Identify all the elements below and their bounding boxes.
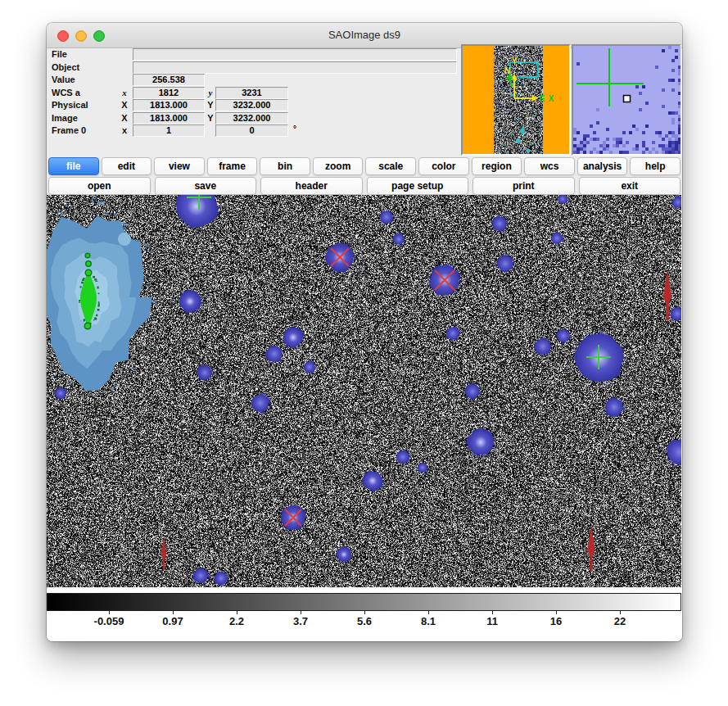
file-field xyxy=(133,48,457,61)
image-label: Image xyxy=(52,113,78,123)
menu-scale-button[interactable]: scale xyxy=(365,157,416,175)
object-field xyxy=(133,61,457,74)
frame-label: Frame 0 xyxy=(52,125,86,135)
wcs-y-field: 3231 xyxy=(215,87,288,99)
wcs-y-label: y xyxy=(205,88,216,97)
physical-row: Physical X 1813.000 Y 3232.000 xyxy=(47,99,464,111)
magnifier-view[interactable] xyxy=(573,46,681,154)
page-setup-button[interactable]: page setup xyxy=(367,177,469,195)
header-button[interactable]: header xyxy=(260,177,363,195)
panner-view[interactable] xyxy=(463,46,569,154)
frame-x-label: x xyxy=(119,125,130,135)
physical-label: Physical xyxy=(52,100,88,110)
object-row: Object xyxy=(47,61,464,74)
frame-row: Frame 0 x 1 0 ° xyxy=(47,124,464,137)
image-y-label: Y xyxy=(205,113,216,123)
degree-symbol: ° xyxy=(293,124,296,134)
app-window: SAOImage ds9 File Object Value 256.538 W… xyxy=(47,23,682,641)
menu-bar: file edit view frame bin zoom scale colo… xyxy=(48,157,681,175)
menu-region-button[interactable]: region xyxy=(472,157,522,175)
menu-bin-button[interactable]: bin xyxy=(260,157,310,175)
value-field: 256.538 xyxy=(133,74,205,86)
frame-x-field: 1 xyxy=(133,124,205,137)
value-label: Value xyxy=(52,75,75,84)
wcs-row: WCS a x 1812 y 3231 xyxy=(47,87,464,99)
menu-file-button[interactable]: file xyxy=(48,157,99,175)
physical-x-label: X xyxy=(119,100,130,110)
file-label: File xyxy=(52,49,67,59)
frame-angle-field: 0 xyxy=(215,124,288,137)
physical-x-field: 1813.000 xyxy=(133,99,205,111)
colorbar-panel: -0.059 0.97 2.2 3.7 5.6 8.1 11 16 22 xyxy=(47,587,682,641)
magnifier-frame xyxy=(572,44,681,156)
menu-analysis-button[interactable]: analysis xyxy=(577,157,628,175)
image-display[interactable] xyxy=(47,195,681,587)
print-button[interactable]: print xyxy=(473,177,575,195)
menu-wcs-button[interactable]: wcs xyxy=(524,157,575,175)
image-x-field: 1813.000 xyxy=(133,112,205,124)
close-button[interactable] xyxy=(57,30,69,42)
wcs-label: WCS a xyxy=(52,88,80,97)
image-y-field: 3232.000 xyxy=(215,112,288,124)
image-x-label: X xyxy=(119,113,130,123)
menu-zoom-button[interactable]: zoom xyxy=(313,157,364,175)
physical-y-label: Y xyxy=(205,100,216,110)
menu-view-button[interactable]: view xyxy=(154,157,205,175)
menu-edit-button[interactable]: edit xyxy=(102,157,152,175)
image-row: Image X 1813.000 Y 3232.000 xyxy=(47,112,464,124)
window-controls xyxy=(57,30,105,42)
menu-help-button[interactable]: help xyxy=(630,157,681,175)
wcs-x-field: 1812 xyxy=(133,87,205,99)
physical-y-field: 3232.000 xyxy=(215,99,288,111)
exit-button[interactable]: exit xyxy=(579,177,681,195)
save-button[interactable]: save xyxy=(155,177,257,195)
file-actions-bar: open save header page setup print exit xyxy=(48,177,681,195)
wcs-x-label: x xyxy=(119,88,130,97)
object-label: Object xyxy=(52,62,79,72)
minimize-button[interactable] xyxy=(75,30,87,42)
open-button[interactable]: open xyxy=(48,177,151,195)
panner-frame xyxy=(461,44,571,156)
menu-color-button[interactable]: color xyxy=(418,157,469,175)
zoom-button[interactable] xyxy=(93,30,105,42)
file-row: File xyxy=(47,48,464,61)
value-row: Value 256.538 xyxy=(47,74,464,86)
menu-frame-button[interactable]: frame xyxy=(207,157,258,175)
colorbar-gradient[interactable] xyxy=(47,593,681,611)
